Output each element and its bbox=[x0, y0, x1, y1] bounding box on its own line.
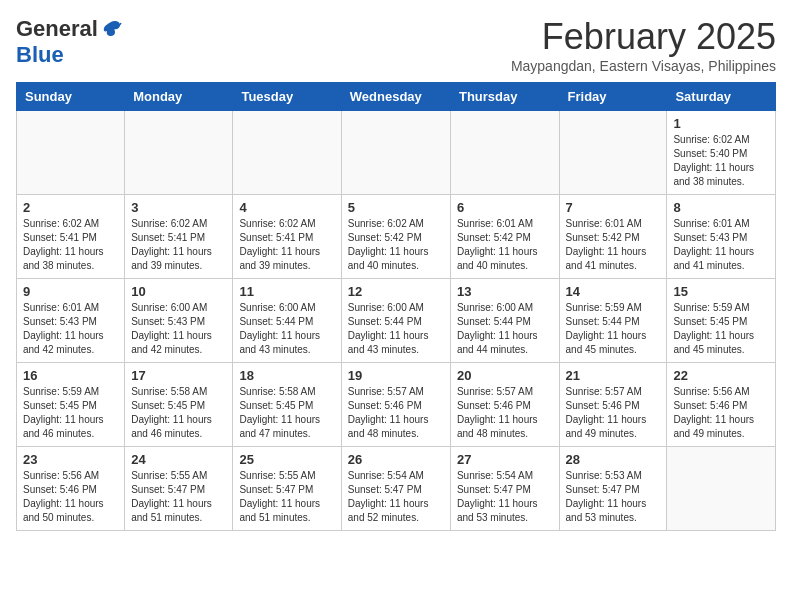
day-info: Sunrise: 5:55 AM Sunset: 5:47 PM Dayligh… bbox=[239, 469, 334, 525]
day-info: Sunrise: 6:00 AM Sunset: 5:44 PM Dayligh… bbox=[239, 301, 334, 357]
day-number: 12 bbox=[348, 284, 444, 299]
day-number: 7 bbox=[566, 200, 661, 215]
day-number: 27 bbox=[457, 452, 553, 467]
calendar-day-cell: 11Sunrise: 6:00 AM Sunset: 5:44 PM Dayli… bbox=[233, 279, 341, 363]
location-title: Maypangdan, Eastern Visayas, Philippines bbox=[511, 58, 776, 74]
weekday-header-row: SundayMondayTuesdayWednesdayThursdayFrid… bbox=[17, 83, 776, 111]
day-number: 26 bbox=[348, 452, 444, 467]
day-info: Sunrise: 6:00 AM Sunset: 5:43 PM Dayligh… bbox=[131, 301, 226, 357]
calendar-day-cell: 9Sunrise: 6:01 AM Sunset: 5:43 PM Daylig… bbox=[17, 279, 125, 363]
calendar-week-row: 9Sunrise: 6:01 AM Sunset: 5:43 PM Daylig… bbox=[17, 279, 776, 363]
calendar-day-cell bbox=[233, 111, 341, 195]
day-info: Sunrise: 5:53 AM Sunset: 5:47 PM Dayligh… bbox=[566, 469, 661, 525]
day-info: Sunrise: 5:55 AM Sunset: 5:47 PM Dayligh… bbox=[131, 469, 226, 525]
calendar-week-row: 1Sunrise: 6:02 AM Sunset: 5:40 PM Daylig… bbox=[17, 111, 776, 195]
calendar-day-cell: 10Sunrise: 6:00 AM Sunset: 5:43 PM Dayli… bbox=[125, 279, 233, 363]
logo-bird-icon bbox=[100, 18, 122, 40]
day-info: Sunrise: 5:54 AM Sunset: 5:47 PM Dayligh… bbox=[348, 469, 444, 525]
day-info: Sunrise: 5:56 AM Sunset: 5:46 PM Dayligh… bbox=[673, 385, 769, 441]
day-number: 19 bbox=[348, 368, 444, 383]
calendar-day-cell: 7Sunrise: 6:01 AM Sunset: 5:42 PM Daylig… bbox=[559, 195, 667, 279]
day-info: Sunrise: 6:02 AM Sunset: 5:41 PM Dayligh… bbox=[239, 217, 334, 273]
day-info: Sunrise: 6:01 AM Sunset: 5:43 PM Dayligh… bbox=[23, 301, 118, 357]
day-number: 3 bbox=[131, 200, 226, 215]
calendar-day-cell: 28Sunrise: 5:53 AM Sunset: 5:47 PM Dayli… bbox=[559, 447, 667, 531]
calendar-day-cell: 17Sunrise: 5:58 AM Sunset: 5:45 PM Dayli… bbox=[125, 363, 233, 447]
page-header: General Blue February 2025 Maypangdan, E… bbox=[16, 16, 776, 74]
calendar-day-cell: 27Sunrise: 5:54 AM Sunset: 5:47 PM Dayli… bbox=[450, 447, 559, 531]
calendar-day-cell bbox=[125, 111, 233, 195]
calendar-day-cell: 24Sunrise: 5:55 AM Sunset: 5:47 PM Dayli… bbox=[125, 447, 233, 531]
day-info: Sunrise: 5:57 AM Sunset: 5:46 PM Dayligh… bbox=[457, 385, 553, 441]
calendar-day-cell bbox=[341, 111, 450, 195]
day-number: 16 bbox=[23, 368, 118, 383]
calendar-day-cell: 20Sunrise: 5:57 AM Sunset: 5:46 PM Dayli… bbox=[450, 363, 559, 447]
day-number: 22 bbox=[673, 368, 769, 383]
day-number: 28 bbox=[566, 452, 661, 467]
calendar-day-cell: 21Sunrise: 5:57 AM Sunset: 5:46 PM Dayli… bbox=[559, 363, 667, 447]
day-info: Sunrise: 5:58 AM Sunset: 5:45 PM Dayligh… bbox=[131, 385, 226, 441]
calendar-day-cell: 13Sunrise: 6:00 AM Sunset: 5:44 PM Dayli… bbox=[450, 279, 559, 363]
calendar-day-cell bbox=[559, 111, 667, 195]
day-number: 24 bbox=[131, 452, 226, 467]
calendar-day-cell: 19Sunrise: 5:57 AM Sunset: 5:46 PM Dayli… bbox=[341, 363, 450, 447]
calendar-day-cell: 4Sunrise: 6:02 AM Sunset: 5:41 PM Daylig… bbox=[233, 195, 341, 279]
calendar-day-cell: 15Sunrise: 5:59 AM Sunset: 5:45 PM Dayli… bbox=[667, 279, 776, 363]
weekday-header-tuesday: Tuesday bbox=[233, 83, 341, 111]
day-info: Sunrise: 6:02 AM Sunset: 5:42 PM Dayligh… bbox=[348, 217, 444, 273]
calendar-day-cell: 18Sunrise: 5:58 AM Sunset: 5:45 PM Dayli… bbox=[233, 363, 341, 447]
day-number: 17 bbox=[131, 368, 226, 383]
calendar-day-cell: 14Sunrise: 5:59 AM Sunset: 5:44 PM Dayli… bbox=[559, 279, 667, 363]
calendar-day-cell: 23Sunrise: 5:56 AM Sunset: 5:46 PM Dayli… bbox=[17, 447, 125, 531]
day-info: Sunrise: 6:01 AM Sunset: 5:43 PM Dayligh… bbox=[673, 217, 769, 273]
title-block: February 2025 Maypangdan, Eastern Visaya… bbox=[511, 16, 776, 74]
weekday-header-sunday: Sunday bbox=[17, 83, 125, 111]
calendar-day-cell: 6Sunrise: 6:01 AM Sunset: 5:42 PM Daylig… bbox=[450, 195, 559, 279]
day-number: 20 bbox=[457, 368, 553, 383]
calendar-week-row: 23Sunrise: 5:56 AM Sunset: 5:46 PM Dayli… bbox=[17, 447, 776, 531]
day-number: 8 bbox=[673, 200, 769, 215]
logo: General Blue bbox=[16, 16, 122, 68]
day-number: 14 bbox=[566, 284, 661, 299]
day-number: 15 bbox=[673, 284, 769, 299]
calendar-table: SundayMondayTuesdayWednesdayThursdayFrid… bbox=[16, 82, 776, 531]
day-info: Sunrise: 6:01 AM Sunset: 5:42 PM Dayligh… bbox=[566, 217, 661, 273]
day-number: 4 bbox=[239, 200, 334, 215]
day-info: Sunrise: 5:59 AM Sunset: 5:45 PM Dayligh… bbox=[673, 301, 769, 357]
day-number: 25 bbox=[239, 452, 334, 467]
logo-general: General bbox=[16, 16, 98, 42]
weekday-header-thursday: Thursday bbox=[450, 83, 559, 111]
day-info: Sunrise: 5:59 AM Sunset: 5:44 PM Dayligh… bbox=[566, 301, 661, 357]
day-number: 2 bbox=[23, 200, 118, 215]
day-number: 18 bbox=[239, 368, 334, 383]
calendar-day-cell: 12Sunrise: 6:00 AM Sunset: 5:44 PM Dayli… bbox=[341, 279, 450, 363]
calendar-day-cell: 5Sunrise: 6:02 AM Sunset: 5:42 PM Daylig… bbox=[341, 195, 450, 279]
day-info: Sunrise: 6:02 AM Sunset: 5:41 PM Dayligh… bbox=[131, 217, 226, 273]
calendar-day-cell: 2Sunrise: 6:02 AM Sunset: 5:41 PM Daylig… bbox=[17, 195, 125, 279]
day-number: 23 bbox=[23, 452, 118, 467]
logo-blue: Blue bbox=[16, 42, 64, 68]
month-title: February 2025 bbox=[511, 16, 776, 58]
day-info: Sunrise: 6:01 AM Sunset: 5:42 PM Dayligh… bbox=[457, 217, 553, 273]
day-info: Sunrise: 5:59 AM Sunset: 5:45 PM Dayligh… bbox=[23, 385, 118, 441]
calendar-day-cell bbox=[667, 447, 776, 531]
calendar-day-cell bbox=[17, 111, 125, 195]
day-number: 1 bbox=[673, 116, 769, 131]
calendar-day-cell: 1Sunrise: 6:02 AM Sunset: 5:40 PM Daylig… bbox=[667, 111, 776, 195]
day-number: 9 bbox=[23, 284, 118, 299]
calendar-day-cell: 25Sunrise: 5:55 AM Sunset: 5:47 PM Dayli… bbox=[233, 447, 341, 531]
day-number: 6 bbox=[457, 200, 553, 215]
day-info: Sunrise: 6:00 AM Sunset: 5:44 PM Dayligh… bbox=[348, 301, 444, 357]
calendar-day-cell: 16Sunrise: 5:59 AM Sunset: 5:45 PM Dayli… bbox=[17, 363, 125, 447]
calendar-week-row: 16Sunrise: 5:59 AM Sunset: 5:45 PM Dayli… bbox=[17, 363, 776, 447]
day-number: 5 bbox=[348, 200, 444, 215]
weekday-header-wednesday: Wednesday bbox=[341, 83, 450, 111]
day-number: 13 bbox=[457, 284, 553, 299]
day-number: 11 bbox=[239, 284, 334, 299]
calendar-week-row: 2Sunrise: 6:02 AM Sunset: 5:41 PM Daylig… bbox=[17, 195, 776, 279]
day-info: Sunrise: 6:00 AM Sunset: 5:44 PM Dayligh… bbox=[457, 301, 553, 357]
day-number: 21 bbox=[566, 368, 661, 383]
calendar-day-cell: 22Sunrise: 5:56 AM Sunset: 5:46 PM Dayli… bbox=[667, 363, 776, 447]
calendar-day-cell: 26Sunrise: 5:54 AM Sunset: 5:47 PM Dayli… bbox=[341, 447, 450, 531]
calendar-day-cell bbox=[450, 111, 559, 195]
